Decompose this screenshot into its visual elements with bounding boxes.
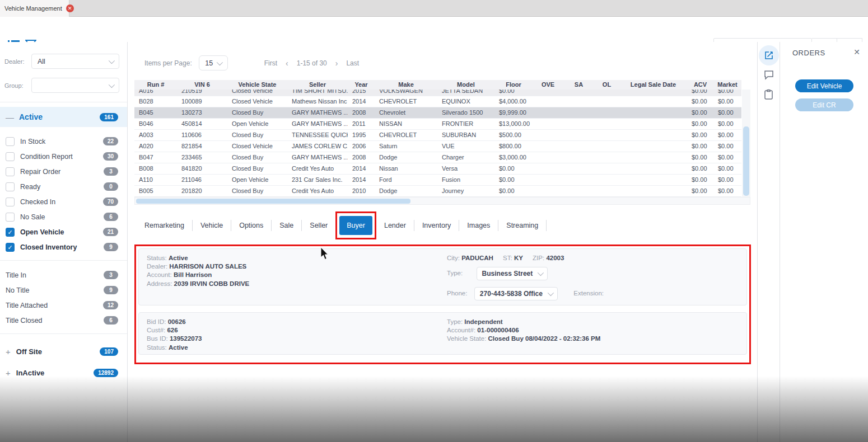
column-header[interactable]: VIN 6	[177, 80, 227, 90]
vertical-scrollbar[interactable]	[742, 90, 750, 197]
table-cell: 211046	[177, 175, 227, 185]
tab-remarketing[interactable]: Remarketing	[137, 220, 193, 231]
horizontal-scrollbar-thumb[interactable]	[136, 199, 410, 204]
comments-icon[interactable]	[764, 70, 774, 82]
checkbox[interactable]	[6, 213, 15, 222]
column-header[interactable]: OVE	[533, 80, 563, 90]
zip-label: ZIP:	[533, 255, 544, 261]
buyer-id-right: Type: Independent Account#: 01-000000406…	[447, 318, 600, 344]
checkbox[interactable]	[6, 152, 15, 161]
checkbox[interactable]	[6, 167, 15, 176]
tab-inventory[interactable]: Inventory	[414, 220, 459, 231]
group-select[interactable]	[31, 78, 119, 93]
filter-item[interactable]: Condition Report30	[6, 149, 118, 164]
tab-vehicle[interactable]: Vehicle	[193, 220, 231, 231]
column-header[interactable]: Market	[713, 80, 741, 90]
tab-seller[interactable]: Seller	[302, 220, 336, 231]
toolbar: VSN VIN	[0, 17, 868, 42]
group-item[interactable]: +Off Site107	[6, 341, 118, 362]
tab-sale[interactable]: Sale	[272, 220, 302, 231]
checkbox[interactable]: ✓	[6, 228, 15, 237]
table-row[interactable]: A110211046Open Vehicle231 Car Sales Inc.…	[134, 175, 741, 186]
column-header[interactable]: OL	[594, 80, 619, 90]
filter-item[interactable]: Ready0	[6, 179, 118, 194]
table-cell	[533, 119, 563, 129]
address-type-select[interactable]: Business Street	[477, 267, 548, 280]
checkbox[interactable]: ✓	[6, 243, 15, 252]
tab-options[interactable]: Options	[231, 220, 272, 231]
column-header[interactable]: Seller	[287, 80, 348, 90]
vertical-scrollbar-thumb[interactable]	[743, 126, 749, 196]
table-cell: 110606	[177, 130, 227, 140]
horizontal-scrollbar[interactable]	[134, 197, 750, 205]
filter-item[interactable]: ✓Closed Inventory9	[6, 239, 118, 255]
title-filter-item[interactable]: Title Closed6	[6, 313, 118, 328]
column-header[interactable]: SA	[563, 80, 594, 90]
column-header[interactable]: Legal Sale Date	[619, 80, 687, 90]
tab-close-icon[interactable]: ✕	[66, 4, 74, 12]
expand-icon[interactable]: +	[6, 368, 11, 378]
account-label: Account:	[147, 271, 172, 278]
pagination-prev-icon[interactable]: ‹	[286, 59, 288, 68]
pagination-first[interactable]: First	[264, 59, 277, 67]
table-cell: 2006	[348, 141, 375, 152]
title-filter-item[interactable]: No Title9	[6, 283, 118, 298]
table-row[interactable]: A003110606Closed BuyTENNESSEE QUICK...19…	[134, 130, 741, 141]
title-filter-item[interactable]: Title Attached12	[6, 298, 118, 313]
table-row[interactable]: B005201820Closed BuyCredit Yes Auto2010D…	[134, 186, 741, 197]
column-header[interactable]: ACV	[687, 80, 713, 90]
filter-item[interactable]: No Sale6	[6, 209, 118, 224]
column-header[interactable]: Make	[375, 80, 437, 90]
table-row[interactable]: B046450814Open VehicleGARY MATHEWS ...20…	[134, 119, 741, 130]
clipboard-icon[interactable]	[764, 89, 773, 102]
buyer-info-panel: Status: Active Dealer: HARRISON AUTO SAL…	[138, 248, 747, 305]
table-row[interactable]: A016210519Closed VehicleTIM SHORT MITSU.…	[134, 90, 741, 96]
collapse-icon[interactable]: —	[6, 112, 14, 122]
checkbox[interactable]	[6, 137, 15, 146]
phone-select[interactable]: 270-443-5838 Office	[474, 287, 558, 300]
table-cell: VOLKSWAGEN	[375, 90, 437, 96]
items-per-page-label: Items per Page:	[144, 59, 192, 67]
city-row: City: PADUCAH ST: KY ZIP: 42003	[447, 254, 604, 262]
group-item[interactable]: +InActive12892	[6, 362, 118, 383]
column-header[interactable]: Vehicle State	[227, 80, 287, 90]
checkbox[interactable]	[6, 198, 15, 206]
expand-icon[interactable]: +	[6, 347, 11, 356]
pagination-next-icon[interactable]: ›	[335, 59, 338, 68]
checkbox[interactable]	[6, 182, 15, 191]
filter-item[interactable]: Repair Order3	[6, 164, 118, 179]
table-cell: $0.00	[494, 175, 533, 185]
title-filter-item[interactable]: Title In3	[6, 267, 118, 283]
edit-vehicle-button[interactable]: Edit Vehicle	[795, 79, 853, 92]
table-row[interactable]: B047233465Closed BuyGARY MATHEWS ...2008…	[134, 152, 741, 163]
table-cell	[594, 141, 619, 152]
chevron-down-icon	[109, 57, 115, 63]
filter-item[interactable]: ✓Open Vehicle21	[6, 224, 118, 239]
filter-item[interactable]: In Stock22	[6, 134, 118, 149]
edit-cr-button[interactable]: Edit CR	[795, 98, 853, 111]
filter-item[interactable]: Checked In70	[6, 194, 118, 209]
filter-label: No Sale	[20, 213, 45, 221]
column-header[interactable]: Model	[437, 80, 494, 90]
tab-streaming[interactable]: Streaming	[498, 220, 547, 231]
column-header[interactable]: Year	[348, 80, 375, 90]
table-row[interactable]: A020821854Closed VehicleJAMES CORLEW C..…	[134, 141, 741, 152]
app-tab[interactable]: Vehicle Management ✕	[0, 0, 69, 17]
column-header[interactable]: Floor	[494, 80, 533, 90]
tab-lender[interactable]: Lender	[376, 220, 414, 231]
column-header[interactable]: Run #	[134, 80, 177, 90]
items-per-page-select[interactable]: 15	[199, 55, 228, 70]
table-row[interactable]: B008841820Closed BuyCredit Yes Auto2014N…	[134, 163, 741, 175]
close-icon[interactable]: ✕	[853, 48, 860, 57]
pagination-last[interactable]: Last	[346, 59, 359, 67]
dealer-select[interactable]: All	[31, 54, 119, 69]
tab-images[interactable]: Images	[459, 220, 498, 231]
table-row[interactable]: B045130273Closed BuyGARY MATHEWS ...2008…	[134, 107, 741, 119]
table-row[interactable]: B028100089Closed VehicleMathews Nissan I…	[134, 96, 741, 107]
active-section-header[interactable]: — Active 161	[0, 107, 127, 127]
phone-value: 270-443-5838 Office	[480, 290, 543, 298]
table-cell	[619, 96, 687, 107]
title-filter-label: Title In	[6, 271, 26, 279]
table-cell: B008	[134, 163, 177, 174]
edit-orders-icon[interactable]	[759, 45, 779, 65]
